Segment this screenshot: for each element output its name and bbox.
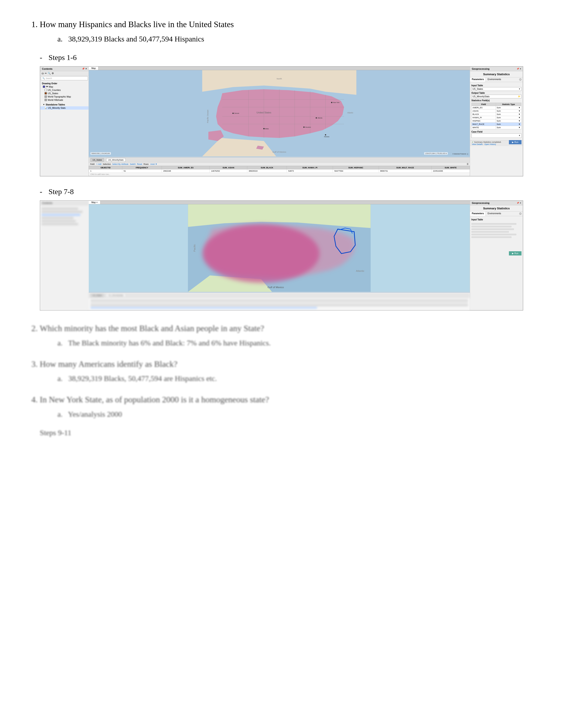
statistics-fields-table: Field Statistic Type AMERI_ES Sum ▼ ASIA… bbox=[471, 103, 522, 129]
field-col-header: Field bbox=[472, 103, 496, 106]
answer-4: a. Yes/analysis 2000 bbox=[57, 409, 537, 420]
col-frequency: FREQUENCY bbox=[122, 166, 162, 169]
open-history-link[interactable]: Open History bbox=[484, 143, 496, 145]
col-sum-hawai: SUM_HAWAI_PI bbox=[287, 166, 333, 169]
geopro-pin-icon[interactable]: 📌 bbox=[517, 68, 519, 70]
select-by-attr-btn[interactable]: Select By Attribute bbox=[112, 163, 128, 165]
toolbar-icon-3[interactable]: 🔍 bbox=[48, 72, 51, 75]
layer-map-label: Map bbox=[49, 86, 53, 88]
tab-us-states-2[interactable]: US_States bbox=[90, 294, 104, 297]
geopro-header-2: Geoprocessing 📌 × bbox=[470, 201, 523, 205]
field-hispnic-stat[interactable]: Sum ▼ bbox=[496, 119, 522, 122]
geopro-pin-2[interactable]: 📌 bbox=[517, 202, 519, 204]
layer-topo-label: World Topographic Map bbox=[48, 96, 71, 98]
tab-us-minority-stats[interactable]: US_MinorityStats bbox=[106, 158, 126, 162]
svg-text:Dallas: Dallas bbox=[264, 128, 269, 129]
field-ameri-stat[interactable]: Sum ▼ bbox=[496, 106, 522, 109]
col-sum-black: SUM_BLACK bbox=[247, 166, 287, 169]
case-field-dropdown-icon[interactable]: ▼ bbox=[519, 135, 520, 137]
table-us-minority-stats[interactable]: 📊 US_Minority Stats bbox=[40, 106, 88, 110]
svg-text:Denver: Denver bbox=[234, 113, 239, 114]
tab-us-states[interactable]: US_States bbox=[90, 158, 104, 162]
stats-fields-label: Statistics Field(s) bbox=[471, 99, 522, 102]
question-4-text: In New York State, as of population 2000… bbox=[40, 393, 537, 406]
tab-parameters-2[interactable]: Parameters bbox=[470, 212, 486, 216]
add-btn[interactable]: + Add bbox=[96, 163, 101, 165]
toolbar-icon-2[interactable]: ✏ bbox=[45, 72, 47, 75]
layer-us-states[interactable]: US_States bbox=[40, 92, 88, 95]
rows-label: Rows: bbox=[143, 163, 149, 165]
layer-us-counties[interactable]: US_Counties bbox=[40, 88, 88, 92]
layer-hillshade[interactable]: World Hillshade bbox=[40, 98, 88, 102]
field-asian-stat[interactable]: Sum ▼ bbox=[496, 109, 522, 113]
case-field-input[interactable]: ▼ bbox=[471, 133, 522, 138]
field-ameri-name: AMERI_ES bbox=[472, 106, 496, 109]
geopro-close-2[interactable]: × bbox=[520, 202, 521, 204]
info-icon-2[interactable]: ⓘ bbox=[518, 212, 523, 216]
most-btn[interactable]: most ▼ bbox=[150, 163, 157, 165]
tab-parameters[interactable]: Parameters bbox=[470, 77, 486, 82]
tab-environments[interactable]: Environments bbox=[486, 77, 503, 82]
table-row-add[interactable]: Click to add new row... bbox=[89, 173, 470, 176]
info-icon[interactable]: ⓘ bbox=[518, 77, 523, 82]
input-table-value: US_States bbox=[473, 88, 483, 90]
map-tab-2[interactable]: Map × bbox=[89, 201, 100, 204]
field-hawai-stat[interactable]: Sum ▼ bbox=[496, 116, 522, 119]
run-button[interactable]: ▶ Run bbox=[509, 140, 522, 144]
table-row-1: 1 51 2902248 14676252 38929319 54873 504… bbox=[89, 169, 470, 173]
tab-minority-stats-2[interactable]: US_MinorityStats bbox=[106, 294, 126, 297]
checkbox-states[interactable] bbox=[45, 92, 47, 94]
geopro-title-label-2: Geoprocessing bbox=[472, 202, 490, 204]
output-table-label: Output Table bbox=[471, 92, 522, 94]
summary-stats-title: Summary Statistics bbox=[470, 71, 523, 77]
question-1-text: How many Hispanics and Blacks live in th… bbox=[40, 18, 537, 31]
reset-btn[interactable]: Reset bbox=[137, 163, 142, 165]
toolbar-icon-1[interactable]: 🗂 bbox=[41, 72, 44, 75]
layer-map[interactable]: 🗺 Map bbox=[40, 85, 88, 88]
layer-topo[interactable]: World Topographic Map bbox=[40, 95, 88, 98]
answer-1-text: 38,929,319 Blacks and 50,477,594 Hispani… bbox=[68, 35, 204, 43]
run-button-2[interactable]: ▶ Run bbox=[509, 251, 522, 255]
answer-1-label: a. bbox=[57, 35, 66, 43]
steps-9-11-text: Steps 9-11 bbox=[40, 429, 71, 437]
attribute-table-2-blurred: US_States US_MinorityStats bbox=[89, 293, 470, 310]
input-table-input[interactable]: US_States ▼ bbox=[471, 87, 522, 91]
pin-icon[interactable]: 📌 bbox=[82, 68, 85, 70]
input-table-dropdown-icon[interactable]: ▼ bbox=[519, 88, 520, 90]
checkbox-counties[interactable] bbox=[45, 89, 47, 91]
output-table-input[interactable]: US_MinorityStats 📁 bbox=[471, 95, 522, 98]
geopro-tabs-2: Parameters Environments ⓘ bbox=[470, 212, 523, 216]
svg-point-22 bbox=[316, 117, 317, 118]
view-details-link[interactable]: View Details bbox=[472, 143, 483, 145]
toolbar-icon-4[interactable]: ⚙ bbox=[52, 72, 54, 75]
checkbox-hillshade[interactable] bbox=[45, 99, 47, 101]
svg-text:Atlanta: Atlanta bbox=[318, 117, 322, 119]
field-white-stat[interactable]: Sum ▼ bbox=[496, 126, 522, 129]
svg-text:Pacific Ocean: Pacific Ocean bbox=[206, 110, 209, 123]
output-table-value: US_MinorityStats bbox=[473, 95, 490, 98]
contents-search-bar[interactable]: 🔍 Search bbox=[41, 76, 88, 80]
switch-btn[interactable]: Switch bbox=[130, 163, 136, 165]
add-row-hint[interactable]: Click to add new row... bbox=[89, 173, 470, 176]
checkbox-topo[interactable] bbox=[45, 96, 47, 98]
close-panel-icon[interactable]: × bbox=[85, 68, 87, 70]
geopro-close-icon[interactable]: × bbox=[520, 68, 521, 70]
output-table-folder-icon[interactable]: 📁 bbox=[518, 95, 520, 98]
svg-text:Atlantic: Atlantic bbox=[356, 270, 364, 272]
field-black-stat[interactable]: Sum ▼ bbox=[496, 113, 522, 116]
field-hawai-name: HAWAI_PI bbox=[472, 116, 496, 119]
cell-frequency: 51 bbox=[122, 169, 162, 173]
tab-environments-2[interactable]: Environments bbox=[486, 212, 503, 216]
drawing-order-label: Drawing Order bbox=[40, 82, 88, 85]
field-label: Field: bbox=[90, 163, 95, 165]
geopro-body: Input Table US_States ▼ Output Table US_… bbox=[470, 82, 523, 140]
map-tab-bar-2: Map × bbox=[89, 201, 470, 204]
map-tab[interactable]: Map bbox=[89, 67, 98, 70]
col-objectid: OBJECTID bbox=[89, 166, 122, 169]
contents-header-2: Contents bbox=[40, 201, 88, 205]
checkbox-map[interactable] bbox=[43, 86, 45, 88]
table-menu-icon[interactable]: ☰ bbox=[467, 163, 469, 165]
field-mult-race-stat[interactable]: Sum ▼ bbox=[496, 122, 522, 126]
cell-white: 223510265 bbox=[432, 169, 470, 173]
col-sum-asian: SUM_ASIAN bbox=[209, 166, 247, 169]
